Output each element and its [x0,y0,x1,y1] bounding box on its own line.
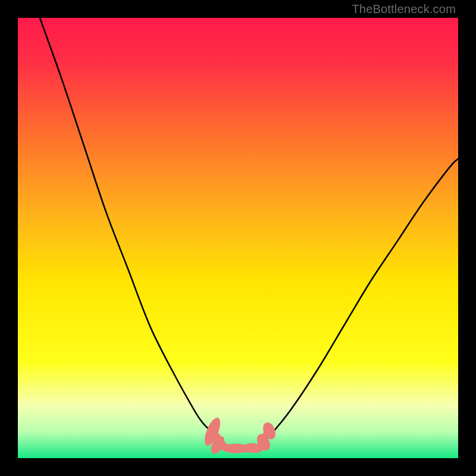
chart-frame: TheBottleneck.com [0,0,476,476]
plot-area [18,18,458,458]
series-right-curve [264,159,458,441]
curves-layer [18,18,458,458]
watermark-text: TheBottleneck.com [352,2,456,16]
series-left-curve [40,18,220,440]
